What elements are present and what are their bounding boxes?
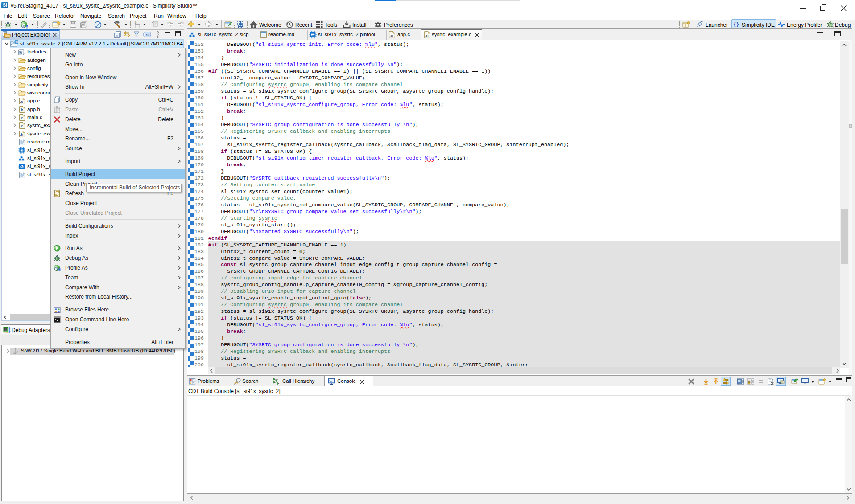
svg-text:C: C	[16, 41, 18, 44]
svg-text:Si: Si	[146, 33, 149, 37]
svg-text:h: h	[20, 51, 21, 54]
svg-text:.h: .h	[20, 132, 24, 137]
svg-text:.c: .c	[20, 124, 23, 128]
svg-text:.h: .h	[20, 108, 24, 112]
svg-text:.c: .c	[425, 33, 429, 38]
svg-text:.c: .c	[20, 116, 23, 120]
svg-text:.c: .c	[20, 99, 23, 104]
svg-text:.c: .c	[390, 33, 393, 38]
